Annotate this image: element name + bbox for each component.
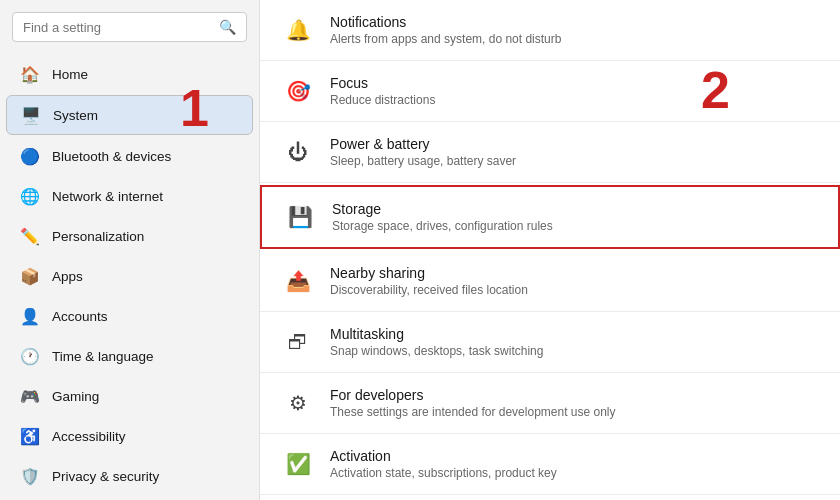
personalization-icon: ✏️ — [20, 226, 40, 246]
sidebar-item-accessibility[interactable]: ♿Accessibility — [6, 417, 253, 455]
for-developers-text: For developersThese settings are intende… — [330, 387, 616, 419]
sidebar-label-gaming: Gaming — [52, 389, 99, 404]
notifications-title: Notifications — [330, 14, 561, 30]
notifications-desc: Alerts from apps and system, do not dist… — [330, 32, 561, 46]
for-developers-desc: These settings are intended for developm… — [330, 405, 616, 419]
sidebar-label-system: System — [53, 108, 98, 123]
nearby-sharing-text: Nearby sharingDiscoverability, received … — [330, 265, 528, 297]
sidebar-label-apps: Apps — [52, 269, 83, 284]
nearby-sharing-title: Nearby sharing — [330, 265, 528, 281]
sidebar-item-time[interactable]: 🕐Time & language — [6, 337, 253, 375]
settings-item-power-battery[interactable]: ⏻Power & batterySleep, battery usage, ba… — [260, 122, 840, 183]
settings-item-activation[interactable]: ✅ActivationActivation state, subscriptio… — [260, 434, 840, 495]
settings-item-nearby-sharing[interactable]: 📤Nearby sharingDiscoverability, received… — [260, 251, 840, 312]
activation-desc: Activation state, subscriptions, product… — [330, 466, 557, 480]
nearby-sharing-desc: Discoverability, received files location — [330, 283, 528, 297]
sidebar-label-time: Time & language — [52, 349, 154, 364]
bluetooth-icon: 🔵 — [20, 146, 40, 166]
storage-icon: 💾 — [286, 203, 314, 231]
settings-item-focus[interactable]: 🎯FocusReduce distractions — [260, 61, 840, 122]
gaming-icon: 🎮 — [20, 386, 40, 406]
storage-desc: Storage space, drives, configuration rul… — [332, 219, 553, 233]
settings-item-for-developers[interactable]: ⚙For developersThese settings are intend… — [260, 373, 840, 434]
nav-list: 🏠Home🖥️System🔵Bluetooth & devices🌐Networ… — [0, 50, 259, 500]
accounts-icon: 👤 — [20, 306, 40, 326]
main-content: 🔔NotificationsAlerts from apps and syste… — [260, 0, 840, 500]
settings-list: 🔔NotificationsAlerts from apps and syste… — [260, 0, 840, 495]
power-battery-text: Power & batterySleep, battery usage, bat… — [330, 136, 516, 168]
sidebar-label-network: Network & internet — [52, 189, 163, 204]
focus-desc: Reduce distractions — [330, 93, 435, 107]
multitasking-icon: 🗗 — [284, 328, 312, 356]
power-battery-title: Power & battery — [330, 136, 516, 152]
search-icon: 🔍 — [219, 19, 236, 35]
sidebar-item-accounts[interactable]: 👤Accounts — [6, 297, 253, 335]
privacy-icon: 🛡️ — [20, 466, 40, 486]
network-icon: 🌐 — [20, 186, 40, 206]
nearby-sharing-icon: 📤 — [284, 267, 312, 295]
activation-icon: ✅ — [284, 450, 312, 478]
settings-window: 🔍 🏠Home🖥️System🔵Bluetooth & devices🌐Netw… — [0, 0, 840, 500]
sidebar-label-privacy: Privacy & security — [52, 469, 159, 484]
notifications-text: NotificationsAlerts from apps and system… — [330, 14, 561, 46]
sidebar-item-network[interactable]: 🌐Network & internet — [6, 177, 253, 215]
storage-title: Storage — [332, 201, 553, 217]
sidebar-item-gaming[interactable]: 🎮Gaming — [6, 377, 253, 415]
search-box[interactable]: 🔍 — [12, 12, 247, 42]
sidebar-label-accessibility: Accessibility — [52, 429, 126, 444]
multitasking-desc: Snap windows, desktops, task switching — [330, 344, 543, 358]
for-developers-icon: ⚙ — [284, 389, 312, 417]
search-input[interactable] — [23, 20, 211, 35]
sidebar-item-personalization[interactable]: ✏️Personalization — [6, 217, 253, 255]
sidebar-label-bluetooth: Bluetooth & devices — [52, 149, 171, 164]
apps-icon: 📦 — [20, 266, 40, 286]
multitasking-text: MultitaskingSnap windows, desktops, task… — [330, 326, 543, 358]
for-developers-title: For developers — [330, 387, 616, 403]
sidebar-item-apps[interactable]: 📦Apps — [6, 257, 253, 295]
sidebar-label-home: Home — [52, 67, 88, 82]
settings-item-multitasking[interactable]: 🗗MultitaskingSnap windows, desktops, tas… — [260, 312, 840, 373]
multitasking-title: Multitasking — [330, 326, 543, 342]
activation-text: ActivationActivation state, subscription… — [330, 448, 557, 480]
sidebar-item-bluetooth[interactable]: 🔵Bluetooth & devices — [6, 137, 253, 175]
settings-item-storage[interactable]: 💾StorageStorage space, drives, configura… — [260, 185, 840, 249]
time-icon: 🕐 — [20, 346, 40, 366]
sidebar: 🔍 🏠Home🖥️System🔵Bluetooth & devices🌐Netw… — [0, 0, 260, 500]
focus-title: Focus — [330, 75, 435, 91]
sidebar-item-system[interactable]: 🖥️System — [6, 95, 253, 135]
sidebar-label-personalization: Personalization — [52, 229, 144, 244]
sidebar-item-privacy[interactable]: 🛡️Privacy & security — [6, 457, 253, 495]
accessibility-icon: ♿ — [20, 426, 40, 446]
sidebar-item-home[interactable]: 🏠Home — [6, 55, 253, 93]
power-battery-desc: Sleep, battery usage, battery saver — [330, 154, 516, 168]
notifications-icon: 🔔 — [284, 16, 312, 44]
power-battery-icon: ⏻ — [284, 138, 312, 166]
focus-icon: 🎯 — [284, 77, 312, 105]
storage-text: StorageStorage space, drives, configurat… — [332, 201, 553, 233]
activation-title: Activation — [330, 448, 557, 464]
system-icon: 🖥️ — [21, 105, 41, 125]
sidebar-label-accounts: Accounts — [52, 309, 108, 324]
home-icon: 🏠 — [20, 64, 40, 84]
settings-item-notifications[interactable]: 🔔NotificationsAlerts from apps and syste… — [260, 0, 840, 61]
focus-text: FocusReduce distractions — [330, 75, 435, 107]
